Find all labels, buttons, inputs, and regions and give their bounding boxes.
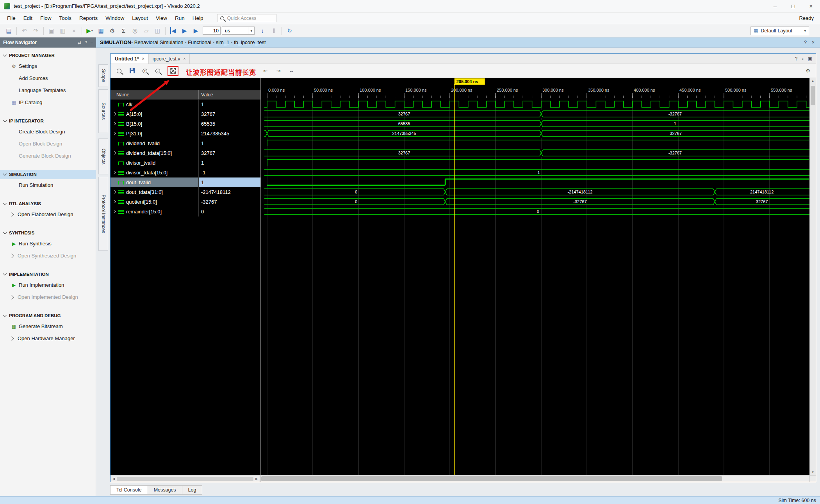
side-tab-scope[interactable]: Scope bbox=[98, 64, 108, 87]
menu-help[interactable]: Help bbox=[189, 12, 207, 24]
bottom-tab-log[interactable]: Log bbox=[182, 485, 203, 495]
signal-name-cell[interactable]: divisor_tvalid bbox=[111, 158, 199, 168]
nav-item-open-synthesized-design[interactable]: Open Synthesized Design bbox=[0, 250, 96, 262]
menu-layout[interactable]: Layout bbox=[128, 12, 152, 24]
nav-item-generate-bitstream[interactable]: ▩Generate Bitstream bbox=[0, 320, 96, 332]
signal-name-cell[interactable]: dout_tdata[31:0] bbox=[111, 187, 199, 197]
nav-item-open-block-design[interactable]: Open Block Design bbox=[0, 138, 96, 150]
edit-marker-icon[interactable]: ▱▾ bbox=[141, 26, 152, 36]
breakpoint-icon[interactable]: ◫▾ bbox=[152, 26, 163, 36]
nav-item-run-implementation[interactable]: ▶Run Implementation bbox=[0, 279, 96, 291]
copy-icon[interactable]: ▣▾ bbox=[46, 26, 57, 36]
waveform-canvas[interactable]: 0.000 ns50.000 ns100.000 ns150.000 ns200… bbox=[261, 78, 809, 476]
panel-help-icon[interactable]: ? bbox=[85, 40, 87, 45]
signal-row-b-15-0[interactable]: B[15:0]65535 bbox=[111, 119, 260, 129]
nav-item-settings[interactable]: ⚙Settings bbox=[0, 60, 96, 72]
editor-tab-untitled-1[interactable]: Untitled 1*× bbox=[111, 54, 149, 64]
menu-tools[interactable]: Tools bbox=[55, 12, 76, 24]
menu-reports[interactable]: Reports bbox=[75, 12, 102, 24]
signal-name-cell[interactable]: remainder[15:0] bbox=[111, 207, 199, 217]
signal-name-cell[interactable]: A[15:0] bbox=[111, 109, 199, 119]
expand-arrow-icon[interactable] bbox=[113, 103, 117, 106]
editor-tab-ipcore-test-v[interactable]: ipcore_test.v× bbox=[149, 54, 190, 64]
signal-row-dividend-tdata-15-0[interactable]: dividend_tdata[15:0]32767 bbox=[111, 148, 260, 158]
expand-arrow-icon[interactable] bbox=[113, 161, 117, 165]
side-tab-objects[interactable]: Objects bbox=[98, 138, 108, 174]
save-waveform-icon[interactable] bbox=[128, 67, 136, 75]
nav-section-ip-integrator[interactable]: IP INTEGRATOR bbox=[0, 116, 96, 126]
open-recent-icon[interactable]: ▤▾ bbox=[3, 26, 14, 36]
zoom-out-icon[interactable]: - bbox=[154, 67, 162, 75]
nav-section-project-manager[interactable]: PROJECT MANAGER bbox=[0, 51, 96, 60]
expand-arrow-icon[interactable] bbox=[113, 181, 117, 185]
time-unit-select[interactable]: us ▾ bbox=[222, 27, 255, 35]
zoom-fit-icon[interactable] bbox=[169, 67, 177, 75]
side-tab-protocol-instances[interactable]: Protocol Instances bbox=[98, 177, 108, 251]
signal-name-cell[interactable]: dividend_tvalid bbox=[111, 138, 199, 148]
nav-item-run-synthesis[interactable]: ▶Run Synthesis bbox=[0, 238, 96, 250]
maximize-window-icon[interactable]: ▣ bbox=[808, 56, 812, 62]
signal-row-p-31-0[interactable]: P[31:0]2147385345 bbox=[111, 129, 260, 138]
value-column-header[interactable]: Value bbox=[199, 92, 260, 98]
signal-row-dividend-tvalid[interactable]: dividend_tvalid1 bbox=[111, 138, 260, 148]
step-icon[interactable]: ↓▾ bbox=[257, 26, 268, 36]
expand-arrow-icon[interactable] bbox=[113, 190, 117, 194]
nav-item-run-simulation[interactable]: Run Simulation bbox=[0, 179, 96, 191]
vertical-scrollbar[interactable]: ▲ ▼ bbox=[809, 78, 816, 475]
zoom-in-icon[interactable]: + bbox=[141, 67, 149, 75]
tab-help-icon[interactable]: ? bbox=[795, 56, 798, 62]
menu-window[interactable]: Window bbox=[102, 12, 128, 24]
banner-close-icon[interactable]: × bbox=[812, 40, 815, 45]
minimize-icon[interactable]: – bbox=[766, 0, 784, 12]
signal-row-divisor-tvalid[interactable]: divisor_tvalid1 bbox=[111, 158, 260, 168]
tab-close-icon[interactable]: × bbox=[184, 57, 186, 61]
signal-row-dout-tdata-31-0[interactable]: dout_tdata[31:0]-2147418112 bbox=[111, 187, 260, 197]
flow-dashboard-icon[interactable]: ▦▾ bbox=[95, 26, 107, 36]
signal-name-cell[interactable]: divisor_tdata[15:0] bbox=[111, 168, 199, 177]
nav-section-simulation[interactable]: SIMULATION bbox=[0, 170, 96, 179]
delete-icon[interactable]: ×▾ bbox=[68, 26, 80, 36]
run-all-icon[interactable]: ▶▾ bbox=[179, 26, 190, 36]
run-flow-icon[interactable]: ▶▾ bbox=[84, 26, 95, 36]
paste-icon[interactable]: ▥▾ bbox=[57, 26, 68, 36]
name-panel-scrollbar[interactable]: ◀ ▶ bbox=[111, 476, 260, 482]
expand-arrow-icon[interactable] bbox=[113, 200, 117, 204]
side-tab-sources[interactable]: Sources bbox=[98, 89, 108, 133]
signal-name-cell[interactable]: dividend_tdata[15:0] bbox=[111, 148, 199, 158]
layout-selector[interactable]: ▦ Default Layout ▾ bbox=[750, 27, 809, 35]
time-range-icon[interactable]: ↔ bbox=[287, 67, 295, 75]
nav-item-open-hardware-manager[interactable]: Open Hardware Manager bbox=[0, 332, 96, 344]
nav-item-create-block-design[interactable]: Create Block Design bbox=[0, 126, 96, 138]
close-icon[interactable]: × bbox=[802, 0, 820, 12]
name-column-header[interactable]: Name bbox=[111, 90, 199, 99]
expand-arrow-icon[interactable] bbox=[113, 132, 117, 136]
relaunch-icon[interactable]: ↻▾ bbox=[284, 26, 295, 36]
float-window-icon[interactable]: ▫ bbox=[802, 56, 803, 62]
quick-access-search[interactable]: Quick Access bbox=[217, 14, 276, 22]
tab-close-icon[interactable]: × bbox=[142, 57, 144, 61]
restart-sim-icon[interactable]: ◀▾ bbox=[168, 26, 179, 36]
nav-item-generate-block-design[interactable]: Generate Block Design bbox=[0, 150, 96, 162]
go-to-time-zero-icon[interactable]: ⇤ bbox=[262, 67, 269, 75]
name-scroll-thumb[interactable] bbox=[117, 477, 253, 481]
menu-view[interactable]: View bbox=[152, 12, 171, 24]
nav-item-open-elaborated-design[interactable]: Open Elaborated Design bbox=[0, 208, 96, 220]
scroll-down-icon[interactable]: ▼ bbox=[810, 470, 816, 474]
expand-arrow-icon[interactable] bbox=[113, 122, 117, 126]
run-for-time-icon[interactable]: ▶▾ bbox=[190, 26, 201, 36]
nav-item-language-templates[interactable]: Language Templates bbox=[0, 84, 96, 96]
menu-edit[interactable]: Edit bbox=[20, 12, 36, 24]
signal-row-quotient-15-0[interactable]: quotient[15:0]-32767 bbox=[111, 197, 260, 207]
nav-section-implementation[interactable]: IMPLEMENTATION bbox=[0, 270, 96, 279]
menu-file[interactable]: File bbox=[3, 12, 20, 24]
wave-scrollbar[interactable] bbox=[260, 476, 809, 482]
wave-settings-gear-icon[interactable]: ⚙ bbox=[804, 67, 812, 75]
expand-arrow-icon[interactable] bbox=[113, 112, 117, 116]
signal-name-cell[interactable]: P[31:0] bbox=[111, 129, 199, 138]
signal-row-a-15-0[interactable]: A[15:0]32767 bbox=[111, 109, 260, 119]
signal-name-cell[interactable]: dout_tvalid bbox=[111, 177, 199, 187]
wave-scroll-thumb[interactable] bbox=[261, 476, 722, 481]
menu-flow[interactable]: Flow bbox=[36, 12, 55, 24]
nav-section-rtl-analysis[interactable]: RTL ANALYSIS bbox=[0, 199, 96, 208]
banner-help-icon[interactable]: ? bbox=[804, 40, 807, 45]
